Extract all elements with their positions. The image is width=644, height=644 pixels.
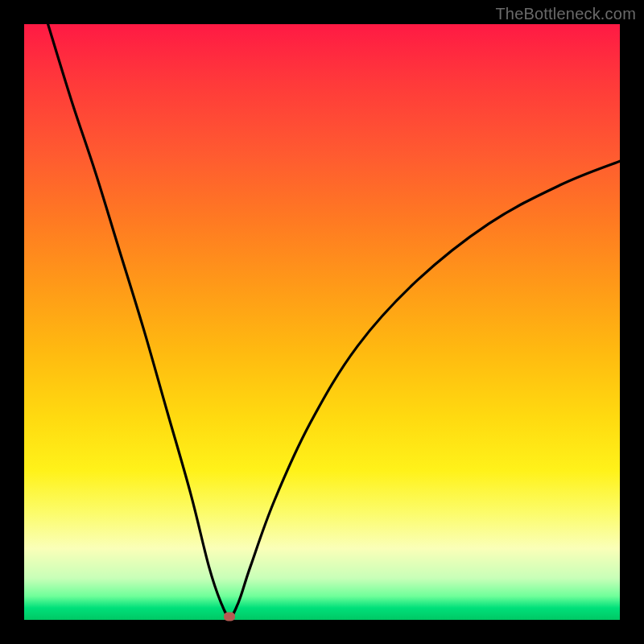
chart-frame: TheBottleneck.com — [0, 0, 644, 644]
bottleneck-curve-path — [48, 24, 620, 617]
plot-area — [24, 24, 620, 620]
watermark-text: TheBottleneck.com — [495, 5, 636, 23]
curve-svg — [24, 24, 620, 620]
minimum-marker — [224, 613, 235, 621]
